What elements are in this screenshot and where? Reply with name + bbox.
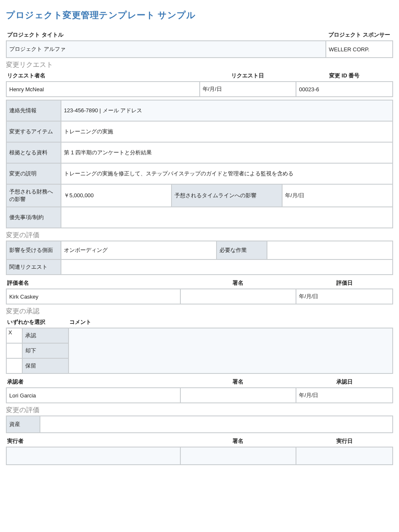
impl-sig-label: 署名 bbox=[180, 436, 296, 447]
contact-label: 連絡先情報 bbox=[6, 100, 61, 121]
reject-mark[interactable] bbox=[6, 343, 22, 358]
eval-sign-table: 評価者名 署名 評価日 Kirk Caskey 年/月/日 bbox=[6, 278, 393, 304]
comment-value[interactable] bbox=[69, 328, 393, 373]
aspect-label: 影響を受ける側面 bbox=[6, 241, 61, 259]
asset-value bbox=[40, 416, 393, 433]
request-top-table: リクエスト者名 リクエスト日 変更 ID 番号 Henry McNeal 年/月… bbox=[6, 70, 393, 97]
request-date-label: リクエスト日 bbox=[200, 70, 296, 82]
project-sponsor-label: プロジェクト スポンサー bbox=[326, 29, 393, 41]
timeline-label: 予想されるタイムラインへの影響 bbox=[172, 184, 282, 207]
impl-date-label: 実行日 bbox=[296, 436, 393, 447]
defer-option: 保留 bbox=[22, 358, 69, 373]
project-header-table: プロジェクト タイトル プロジェクト スポンサー プロジェクト アルファ WEL… bbox=[6, 29, 393, 58]
approval-sign-table: 承認者 署名 承認日 Lori Garcia 年/月/日 bbox=[6, 376, 393, 403]
timeline-value: 年/月/日 bbox=[282, 184, 393, 207]
impl-section-title: 変更の評価 bbox=[6, 406, 393, 415]
item-label: 変更するアイテム bbox=[6, 121, 61, 142]
page-title: プロジェクト変更管理テンプレート サンプル bbox=[6, 9, 393, 21]
defer-mark[interactable] bbox=[6, 358, 22, 373]
impl-sig-value bbox=[180, 447, 296, 465]
approval-date-value: 年/月/日 bbox=[296, 388, 393, 403]
executor-label: 実行者 bbox=[6, 436, 180, 447]
project-title-label: プロジェクト タイトル bbox=[6, 29, 326, 41]
asset-table: 資産 bbox=[6, 416, 393, 433]
approver-value: Lori Garcia bbox=[6, 388, 180, 403]
evaluator-value: Kirk Caskey bbox=[6, 289, 180, 304]
work-value bbox=[267, 241, 393, 259]
project-title-value: プロジェクト アルファ bbox=[6, 41, 326, 58]
requester-label: リクエスト者名 bbox=[6, 70, 200, 82]
project-sponsor-value: WELLER CORP. bbox=[326, 41, 393, 58]
eval-section-title: 変更の評価 bbox=[6, 231, 393, 240]
related-label: 関連リクエスト bbox=[6, 259, 61, 275]
approver-label: 承認者 bbox=[6, 376, 180, 388]
request-section-title: 変更リクエスト bbox=[6, 61, 393, 69]
approve-option: 承認 bbox=[22, 328, 69, 343]
basis-value: 第 1 四半期のアンケートと分析結果 bbox=[61, 142, 393, 163]
eval-date-label: 評価日 bbox=[296, 278, 393, 289]
eval-detail-table: 影響を受ける側面 オンボーディング 必要な作業 関連リクエスト bbox=[6, 241, 393, 275]
approval-section-title: 変更の承認 bbox=[6, 307, 393, 316]
eval-date-value: 年/月/日 bbox=[296, 289, 393, 304]
eval-sig-label: 署名 bbox=[180, 278, 296, 289]
item-value: トレーニングの実施 bbox=[61, 121, 393, 142]
change-id-label: 変更 ID 番号 bbox=[296, 70, 393, 82]
comment-label: コメント bbox=[69, 317, 393, 328]
impl-date-value bbox=[296, 447, 393, 465]
basis-label: 根拠となる資料 bbox=[6, 142, 61, 163]
work-label: 必要な作業 bbox=[217, 241, 267, 259]
change-id-value: 00023-6 bbox=[296, 82, 393, 97]
approval-sig-label: 署名 bbox=[180, 376, 296, 388]
request-detail-table: 連絡先情報 123-456-7890 | メール アドレス 変更するアイテム ト… bbox=[6, 100, 393, 228]
choose-label: いずれかを選択 bbox=[6, 317, 69, 328]
contact-value: 123-456-7890 | メール アドレス bbox=[61, 100, 393, 121]
desc-label: 変更の説明 bbox=[6, 163, 61, 184]
executor-value bbox=[6, 447, 180, 465]
desc-value: トレーニングの実施を修正して、ステップバイステップのガイドと管理者による監視を含… bbox=[61, 163, 393, 184]
fin-value: ￥5,000,000 bbox=[61, 184, 172, 207]
asset-label: 資産 bbox=[6, 416, 40, 433]
approval-date-label: 承認日 bbox=[296, 376, 393, 388]
evaluator-label: 評価者名 bbox=[6, 278, 180, 289]
request-date-value: 年/月/日 bbox=[200, 82, 296, 97]
approve-mark[interactable]: X bbox=[6, 328, 22, 343]
requester-value: Henry McNeal bbox=[6, 82, 200, 97]
impl-sign-table: 実行者 署名 実行日 bbox=[6, 436, 393, 465]
priority-label: 優先事項/制約 bbox=[6, 207, 61, 228]
approval-sig-value bbox=[180, 388, 296, 403]
aspect-value: オンボーディング bbox=[61, 241, 217, 259]
reject-option: 却下 bbox=[22, 343, 69, 358]
eval-sig-value bbox=[180, 289, 296, 304]
priority-value bbox=[61, 207, 393, 228]
related-value bbox=[61, 259, 393, 275]
fin-label: 予想される財務への影響 bbox=[6, 184, 61, 207]
approval-table: いずれかを選択 コメント X 承認 却下 保留 bbox=[6, 317, 393, 374]
